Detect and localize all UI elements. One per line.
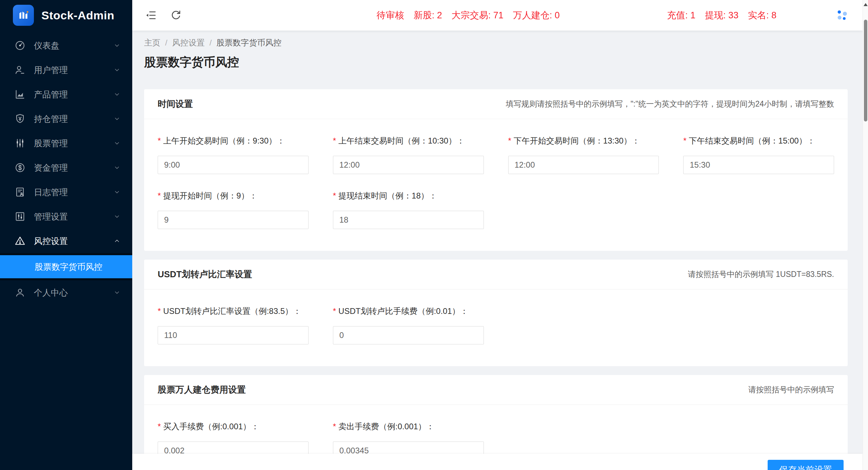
- breadcrumb: 主页/风控设置/股票数字货币风控: [144, 37, 848, 48]
- sidebar-item-label: 个人中心: [34, 287, 113, 298]
- sidebar-item-funds-management[interactable]: 资金管理: [0, 155, 132, 180]
- scrollbar-up-arrow-icon[interactable]: [864, 3, 868, 6]
- card-header: 时间设置填写规则请按照括号中的示例填写，":"统一为英文中的字符，提现时间为24…: [144, 89, 848, 119]
- sidebar-item-dashboard[interactable]: 仪表盘: [0, 33, 132, 58]
- chevron-down-icon: [113, 213, 121, 220]
- chevron-down-icon: [113, 188, 121, 196]
- input-afternoon-close-time[interactable]: [683, 156, 834, 174]
- sidebar-item-label: 仪表盘: [34, 40, 113, 51]
- field-morning-open-time: 上午开始交易时间（例：9:30）：: [158, 135, 309, 174]
- sidebar-item-risk-settings[interactable]: 风控设置: [0, 229, 132, 253]
- page-title: 股票数字货币风控: [144, 54, 848, 70]
- input-withdraw-end-hour[interactable]: [333, 211, 484, 229]
- breadcrumb-separator: /: [210, 38, 212, 48]
- account-stat: 充值: 1: [667, 9, 695, 21]
- dollar-circle-icon: [14, 162, 26, 173]
- refresh-icon[interactable]: [170, 10, 182, 21]
- field-usdt-inr-rate: USDT划转卢比汇率设置（例:83.5）：: [158, 306, 309, 344]
- shield-currency-icon: [14, 113, 26, 125]
- card-header: USDT划转卢比汇率设置请按照括号中的示例填写 1USDT=83.5RS.: [144, 260, 848, 289]
- chevron-down-icon: [113, 139, 121, 147]
- card-hint: 请按照括号中的示例填写 1USDT=83.5RS.: [688, 269, 834, 280]
- card-hint: 请按照括号中的示例填写: [748, 384, 834, 395]
- field-label: 提现开始时间（例：9）：: [158, 190, 309, 201]
- user-search-icon: [14, 64, 26, 76]
- submenu-risk-settings: 股票数字货币风控: [0, 253, 132, 280]
- account-stats: 充值: 1提现: 33实名: 8: [667, 9, 776, 21]
- log-file-icon: [14, 186, 26, 198]
- control-panel-icon: [14, 211, 26, 222]
- field-label: 卖出手续费（例:0.001）：: [333, 421, 484, 432]
- chevron-down-icon: [113, 42, 121, 49]
- input-usdt-inr-fee[interactable]: [333, 326, 484, 344]
- app-logo[interactable]: Stock-Admin: [0, 0, 132, 31]
- scrollbar[interactable]: [863, 0, 868, 470]
- account-stat: 提现: 33: [705, 9, 738, 21]
- chevron-down-icon: [113, 289, 121, 296]
- field-label: 下午结束交易时间（例：15:00）：: [683, 135, 834, 146]
- chevron-down-icon: [113, 115, 121, 123]
- candlestick-icon: [14, 137, 26, 149]
- topbar: 待审核新股: 2大宗交易: 71万人建仓: 0 充值: 1提现: 33实名: 8: [132, 0, 863, 31]
- save-settings-button[interactable]: 保存当前设置: [768, 460, 844, 470]
- pending-stat: 新股: 2: [414, 9, 442, 21]
- sidebar-item-log-management[interactable]: 日志管理: [0, 180, 132, 204]
- sidebar-item-label: 产品管理: [34, 89, 113, 100]
- card-time-settings: 时间设置填写规则请按照括号中的示例填写，":"统一为英文中的字符，提现时间为24…: [144, 89, 848, 251]
- breadcrumb-item[interactable]: 主页: [144, 37, 160, 48]
- sidebar-item-product-management[interactable]: 产品管理: [0, 82, 132, 107]
- pending-stats: 待审核新股: 2大宗交易: 71万人建仓: 0: [377, 9, 560, 21]
- main-content: 主页/风控设置/股票数字货币风控 股票数字货币风控 时间设置填写规则请按照括号中…: [132, 31, 863, 470]
- breadcrumb-item[interactable]: 风控设置: [172, 37, 205, 48]
- loading-dots-icon[interactable]: [834, 7, 850, 23]
- app-title: Stock-Admin: [41, 9, 114, 22]
- chevron-up-icon: [113, 237, 121, 245]
- sidebar-item-stock-management[interactable]: 股票管理: [0, 131, 132, 155]
- sidebar-item-label: 风控设置: [34, 236, 113, 247]
- account-stat: 实名: 8: [748, 9, 776, 21]
- sidebar-item-label: 管理设置: [34, 211, 113, 222]
- pending-stat: 待审核: [377, 9, 404, 21]
- field-afternoon-open-time: 下午开始交易时间（例：13:30）：: [508, 135, 659, 174]
- sidebar-subitem-stock-crypto-risk[interactable]: 股票数字货币风控: [0, 255, 132, 278]
- scrollbar-thumb[interactable]: [864, 20, 867, 121]
- input-withdraw-start-hour[interactable]: [158, 211, 309, 229]
- card-body: 上午开始交易时间（例：9:30）：上午结束交易时间（例：10:30）：下午开始交…: [144, 119, 848, 251]
- sidebar-item-position-management[interactable]: 持仓管理: [0, 107, 132, 131]
- menu-fold-icon[interactable]: [145, 10, 157, 21]
- sidebar-item-label: 资金管理: [34, 162, 113, 173]
- sidebar-item-user-management[interactable]: 用户管理: [0, 58, 132, 82]
- sidebar-item-admin-settings[interactable]: 管理设置: [0, 204, 132, 229]
- area-chart-icon: [14, 89, 26, 100]
- pending-stat: 万人建仓: 0: [513, 9, 560, 21]
- field-label: USDT划转卢比汇率设置（例:83.5）：: [158, 306, 309, 317]
- field-morning-close-time: 上午结束交易时间（例：10:30）：: [333, 135, 484, 174]
- app-logo-icon: [13, 5, 34, 26]
- field-label: 上午结束交易时间（例：10:30）：: [333, 135, 484, 146]
- field-afternoon-close-time: 下午结束交易时间（例：15:00）：: [683, 135, 834, 174]
- field-withdraw-end-hour: 提现结束时间（例：18）：: [333, 190, 484, 229]
- sidebar-item-label: 日志管理: [34, 187, 113, 198]
- field-withdraw-start-hour: 提现开始时间（例：9）：: [158, 190, 309, 229]
- sidebar-item-label: 持仓管理: [34, 113, 113, 125]
- chevron-down-icon: [113, 66, 121, 74]
- sidebar: Stock-Admin 仪表盘用户管理产品管理持仓管理股票管理资金管理日志管理管…: [0, 0, 132, 470]
- chevron-down-icon: [113, 91, 121, 98]
- sidebar-menu: 仪表盘用户管理产品管理持仓管理股票管理资金管理日志管理管理设置风控设置股票数字货…: [0, 33, 132, 305]
- card-header: 股票万人建仓费用设置请按照括号中的示例填写: [144, 375, 848, 405]
- breadcrumb-separator: /: [165, 38, 167, 48]
- field-usdt-inr-fee: USDT划转卢比手续费（例:0.01）：: [333, 306, 484, 344]
- input-afternoon-open-time[interactable]: [508, 156, 659, 174]
- input-morning-open-time[interactable]: [158, 156, 309, 174]
- input-usdt-inr-rate[interactable]: [158, 326, 309, 344]
- card-usdt-rate-settings: USDT划转卢比汇率设置请按照括号中的示例填写 1USDT=83.5RS.USD…: [144, 260, 848, 366]
- chevron-down-icon: [113, 164, 121, 171]
- sidebar-item-personal-center[interactable]: 个人中心: [0, 280, 132, 305]
- field-label: 提现结束时间（例：18）：: [333, 190, 484, 201]
- input-morning-close-time[interactable]: [333, 156, 484, 174]
- sidebar-item-label: 用户管理: [34, 64, 113, 76]
- card-hint: 填写规则请按照括号中的示例填写，":"统一为英文中的字符，提现时间为24小时制，…: [506, 99, 834, 109]
- breadcrumb-item: 股票数字货币风控: [216, 37, 281, 48]
- field-label: USDT划转卢比手续费（例:0.01）：: [333, 306, 484, 317]
- dashboard-icon: [14, 40, 26, 51]
